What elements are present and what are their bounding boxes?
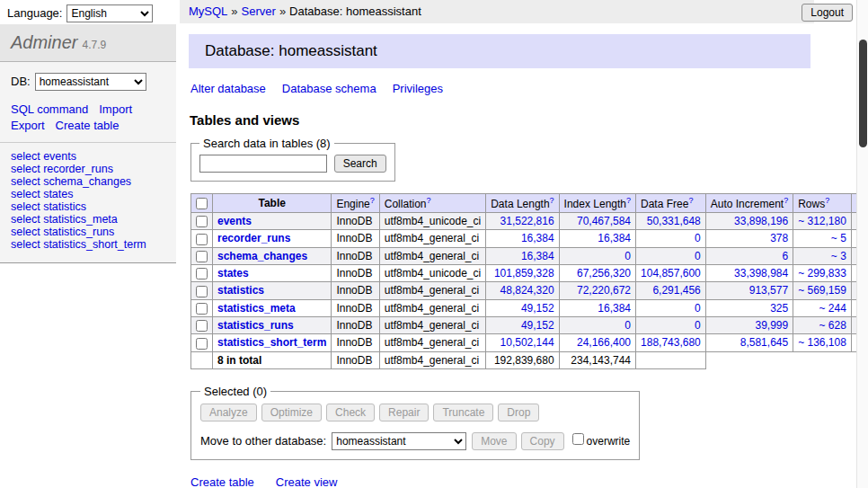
index-length-link[interactable]: 16,384	[598, 302, 631, 315]
table-name-link[interactable]: events	[217, 215, 252, 227]
index-length-link[interactable]: 70,467,584	[577, 215, 631, 227]
move-button[interactable]: Move	[472, 432, 516, 450]
data-free-link[interactable]: 188,743,680	[641, 336, 701, 349]
data-free-link[interactable]: 104,857,600	[641, 267, 701, 279]
rows-link[interactable]: ~ 569,159	[798, 284, 846, 297]
repair-button[interactable]: Repair	[379, 404, 429, 421]
sidebar-table-link[interactable]: select schema_changes	[11, 176, 165, 189]
sidebar-command-link[interactable]: SQL command	[11, 102, 88, 116]
table-name-link[interactable]: statistics_runs	[217, 319, 294, 332]
db-action-link[interactable]: Privileges	[393, 82, 443, 95]
truncate-button[interactable]: Truncate	[433, 404, 493, 421]
optimize-button[interactable]: Optimize	[261, 404, 322, 421]
table-name-link[interactable]: states	[217, 267, 249, 279]
breadcrumb-link-mysql[interactable]: MySQL	[189, 4, 227, 18]
row-checkbox[interactable]	[196, 251, 208, 262]
copy-button[interactable]: Copy	[521, 432, 564, 450]
table-name-link[interactable]: statistics_short_term	[217, 336, 326, 349]
data-free-link[interactable]: 0	[695, 302, 701, 315]
data-length-link[interactable]: 48,824,320	[500, 284, 554, 297]
db-action-link[interactable]: Alter database	[190, 82, 266, 95]
move-db-select[interactable]: homeassistant	[332, 432, 466, 450]
search-button[interactable]: Search	[334, 155, 386, 173]
row-checkbox[interactable]	[196, 216, 208, 227]
column-help-link[interactable]: ?	[825, 196, 829, 205]
rows-link[interactable]: ~ 628	[819, 319, 846, 332]
overwrite-checkbox[interactable]	[572, 433, 584, 445]
data-length-link[interactable]: 31,522,816	[500, 215, 554, 227]
auto-increment-link[interactable]: 325	[770, 302, 788, 315]
create-link[interactable]: Create view	[276, 475, 338, 488]
scrollbar-thumb[interactable]	[859, 40, 867, 147]
auto-increment-link[interactable]: 913,577	[749, 284, 788, 297]
row-checkbox[interactable]	[196, 286, 208, 297]
index-length-link[interactable]: 72,220,672	[577, 284, 631, 297]
index-length-link[interactable]: 16,384	[598, 232, 631, 244]
row-checkbox[interactable]	[196, 234, 208, 245]
column-help-link[interactable]: ?	[688, 196, 693, 205]
index-length-link[interactable]: 0	[624, 319, 631, 332]
sidebar-table-link[interactable]: select statistics_meta	[11, 214, 165, 226]
auto-increment-link[interactable]: 33,398,984	[734, 267, 788, 279]
rows-link[interactable]: ~ 3	[831, 250, 846, 262]
logout-button[interactable]: Logout	[802, 4, 853, 22]
column-help-link[interactable]: ?	[370, 196, 375, 205]
column-help-link[interactable]: ?	[426, 196, 430, 205]
analyze-button[interactable]: Analyze	[200, 404, 257, 421]
data-length-link[interactable]: 49,152	[521, 319, 554, 332]
index-length-link[interactable]: 0	[624, 250, 631, 262]
language-select[interactable]: English	[66, 4, 153, 22]
sidebar-table-link[interactable]: select events	[11, 151, 165, 164]
table-name-link[interactable]: statistics_meta	[217, 302, 296, 315]
row-checkbox[interactable]	[196, 320, 208, 332]
data-length-link[interactable]: 16,384	[521, 250, 554, 262]
rows-link[interactable]: ~ 136,108	[798, 336, 846, 349]
data-free-link[interactable]: 50,331,648	[647, 215, 701, 227]
sidebar-table-link[interactable]: select statistics_short_term	[11, 239, 165, 252]
drop-button[interactable]: Drop	[498, 404, 539, 421]
data-length-link[interactable]: 10,502,144	[500, 336, 554, 349]
table-name-link[interactable]: recorder_runs	[217, 232, 290, 244]
table-name-link[interactable]: statistics	[217, 284, 264, 297]
table-name-link[interactable]: schema_changes	[217, 250, 307, 262]
db-action-link[interactable]: Database schema	[282, 82, 376, 95]
row-checkbox[interactable]	[196, 268, 208, 279]
check-button[interactable]: Check	[326, 404, 375, 421]
sidebar-command-link[interactable]: Import	[99, 102, 132, 116]
data-free-link[interactable]: 0	[695, 232, 701, 244]
breadcrumb-link-server[interactable]: Server	[242, 4, 276, 18]
vertical-scrollbar[interactable]	[856, 0, 868, 488]
select-all-checkbox[interactable]	[196, 198, 208, 209]
auto-increment-link[interactable]: 6	[782, 250, 788, 262]
auto-increment-link[interactable]: 378	[770, 232, 788, 244]
sidebar-table-link[interactable]: select statistics	[11, 201, 165, 214]
rows-link[interactable]: ~ 244	[819, 302, 846, 315]
column-help-link[interactable]: ?	[784, 196, 788, 205]
rows-link[interactable]: ~ 312,180	[798, 215, 846, 227]
create-link[interactable]: Create table	[190, 475, 254, 488]
row-checkbox[interactable]	[196, 338, 208, 350]
auto-increment-link[interactable]: 8,581,645	[740, 336, 788, 349]
data-length-link[interactable]: 49,152	[521, 302, 554, 315]
search-input[interactable]	[199, 155, 327, 173]
sidebar-table-link[interactable]: select statistics_runs	[11, 226, 165, 239]
sidebar-table-link[interactable]: select states	[11, 189, 165, 201]
data-free-link[interactable]: 6,291,456	[652, 284, 700, 297]
data-length-link[interactable]: 16,384	[521, 232, 554, 244]
sidebar-command-link[interactable]: Create table	[56, 119, 120, 132]
row-checkbox[interactable]	[196, 303, 208, 315]
column-help-link[interactable]: ?	[550, 196, 554, 205]
sidebar-table-link[interactable]: select recorder_runs	[11, 164, 165, 176]
auto-increment-link[interactable]: 39,999	[755, 319, 788, 332]
sidebar-command-link[interactable]: Export	[11, 119, 45, 132]
data-free-link[interactable]: 0	[695, 319, 701, 332]
data-free-link[interactable]: 0	[695, 250, 701, 262]
column-help-link[interactable]: ?	[626, 196, 631, 205]
rows-link[interactable]: ~ 299,833	[798, 267, 846, 279]
rows-link[interactable]: ~ 5	[831, 232, 846, 244]
index-length-link[interactable]: 24,166,400	[577, 336, 631, 349]
db-select[interactable]: homeassistant	[35, 73, 146, 91]
auto-increment-link[interactable]: 33,898,196	[734, 215, 788, 227]
index-length-link[interactable]: 67,256,320	[577, 267, 631, 279]
data-length-link[interactable]: 101,859,328	[494, 267, 554, 279]
